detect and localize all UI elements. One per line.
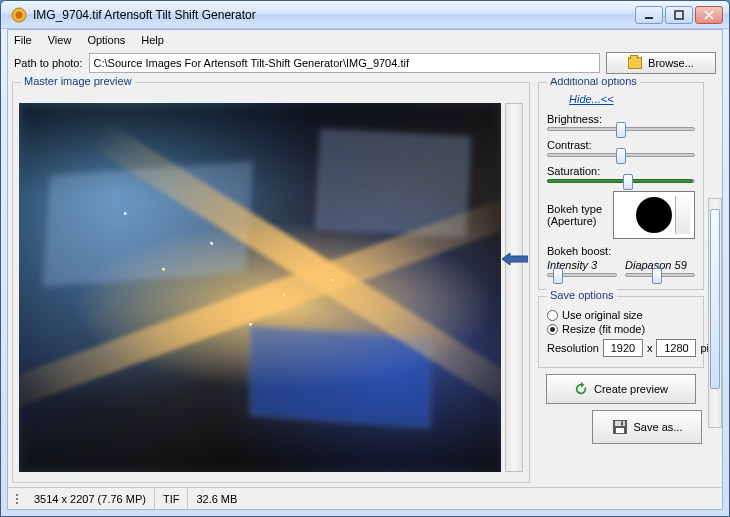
svg-marker-4 — [502, 253, 528, 265]
resolution-height-input[interactable] — [656, 339, 696, 357]
path-label: Path to photo: — [14, 57, 83, 69]
svg-point-1 — [16, 11, 23, 18]
intensity-slider[interactable] — [547, 273, 617, 277]
sidepanel-scrollbar[interactable] — [708, 198, 722, 428]
save-as-button[interactable]: Save as... — [592, 410, 702, 444]
radio-icon — [547, 310, 558, 321]
resize-fit-radio[interactable]: Resize (fit mode) — [547, 323, 695, 335]
contrast-slider[interactable] — [547, 153, 695, 157]
create-preview-label: Create preview — [594, 383, 668, 395]
bokeh-type-label: Bokeh type (Aperture) — [547, 203, 607, 227]
use-original-label: Use original size — [562, 309, 643, 321]
brightness-block: Brightness: — [547, 113, 695, 131]
save-legend: Save options — [547, 289, 617, 301]
left-column: Master image preview — [8, 78, 534, 487]
menu-view[interactable]: View — [48, 34, 72, 46]
additional-options-group: Additional options Hide...<< Brightness:… — [538, 82, 704, 290]
bokeh-boost-label: Bokeh boost: — [547, 245, 695, 257]
path-input[interactable] — [89, 53, 601, 73]
use-original-radio[interactable]: Use original size — [547, 309, 695, 321]
floppy-icon — [612, 419, 628, 435]
aperture-circle-icon — [636, 197, 672, 233]
svg-rect-7 — [616, 428, 624, 433]
resolution-x: x — [647, 342, 653, 354]
status-dimensions: 3514 x 2207 (7.76 MP) — [26, 488, 155, 509]
contrast-block: Contrast: — [547, 139, 695, 157]
window-title: IMG_9704.tif Artensoft Tilt Shift Genera… — [33, 8, 635, 22]
scroll-thumb-icon[interactable] — [502, 251, 528, 267]
menubar: File View Options Help — [8, 30, 722, 50]
master-preview-group: Master image preview — [12, 82, 530, 483]
menu-options[interactable]: Options — [87, 34, 125, 46]
preview-legend: Master image preview — [21, 75, 135, 87]
app-icon — [11, 7, 27, 23]
create-preview-button[interactable]: Create preview — [546, 374, 696, 404]
bokeh-type-row: Bokeh type (Aperture) — [547, 191, 695, 239]
bokeh-type-dropdown[interactable] — [613, 191, 695, 239]
resolution-row: Resolution x pixels — [547, 339, 695, 357]
svg-rect-8 — [621, 422, 623, 426]
folder-icon — [628, 57, 642, 69]
save-options-group: Save options Use original size Resize (f… — [538, 296, 704, 368]
window-controls — [635, 6, 723, 24]
resolution-pixels: pixels — [700, 342, 708, 354]
right-column: Additional options Hide...<< Brightness:… — [534, 78, 722, 487]
chevron-down-icon — [679, 211, 687, 219]
preview-image — [19, 103, 501, 472]
content-area: File View Options Help Path to photo: Br… — [7, 29, 723, 510]
resolution-label: Resolution — [547, 342, 599, 354]
menu-file[interactable]: File — [14, 34, 32, 46]
close-button[interactable] — [695, 6, 723, 24]
diapason-slider[interactable] — [625, 273, 695, 277]
menu-help[interactable]: Help — [141, 34, 164, 46]
preview-area — [19, 103, 523, 472]
hide-link[interactable]: Hide...<< — [569, 93, 614, 105]
right-inner: Additional options Hide...<< Brightness:… — [534, 78, 708, 487]
diapason-block: Diapason 59 — [625, 259, 695, 277]
brightness-slider[interactable] — [547, 127, 695, 131]
save-as-label: Save as... — [634, 421, 683, 433]
refresh-icon — [574, 382, 588, 396]
preview-vertical-scrollbar[interactable] — [505, 103, 523, 472]
maximize-button[interactable] — [665, 6, 693, 24]
app-window: IMG_9704.tif Artensoft Tilt Shift Genera… — [0, 0, 730, 517]
status-format: TIF — [155, 488, 189, 509]
saturation-slider[interactable] — [547, 179, 695, 183]
svg-rect-6 — [615, 421, 625, 426]
bokeh-boost-sliders: Intensity 3 Diapason 59 — [547, 259, 695, 277]
saturation-block: Saturation: — [547, 165, 695, 183]
status-filesize: 32.6 MB — [188, 488, 245, 509]
main-row: Master image preview — [8, 78, 722, 487]
radio-icon — [547, 324, 558, 335]
resolution-width-input[interactable] — [603, 339, 643, 357]
statusbar-grip-icon[interactable] — [12, 494, 22, 504]
saturation-label: Saturation: — [547, 165, 695, 177]
additional-legend: Additional options — [547, 78, 640, 87]
svg-rect-2 — [645, 17, 653, 19]
resize-fit-label: Resize (fit mode) — [562, 323, 645, 335]
statusbar: 3514 x 2207 (7.76 MP) TIF 32.6 MB — [8, 487, 722, 509]
titlebar: IMG_9704.tif Artensoft Tilt Shift Genera… — [1, 1, 729, 29]
minimize-button[interactable] — [635, 6, 663, 24]
svg-rect-3 — [675, 11, 683, 19]
intensity-block: Intensity 3 — [547, 259, 617, 277]
preview-canvas[interactable] — [19, 103, 501, 472]
browse-label: Browse... — [648, 57, 694, 69]
browse-button[interactable]: Browse... — [606, 52, 716, 74]
path-row: Path to photo: Browse... — [8, 50, 722, 76]
